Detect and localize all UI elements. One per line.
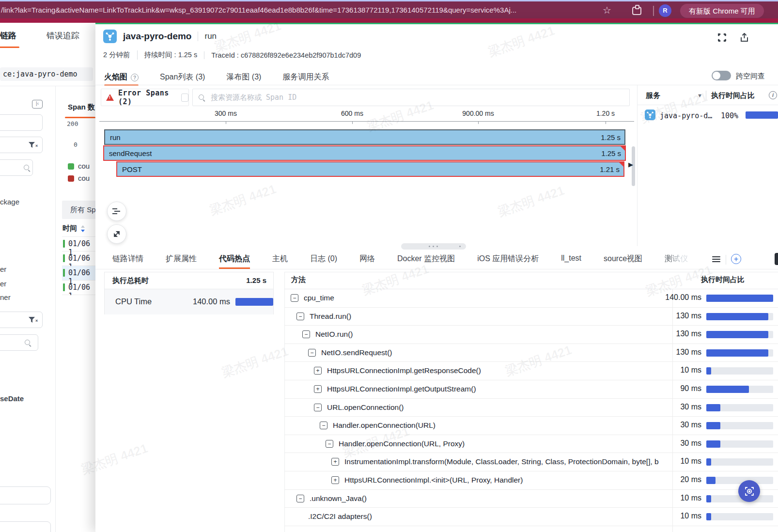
tree-row[interactable]: −URL.openConnection()30 ms <box>284 399 778 417</box>
expand-node-icon[interactable]: + <box>331 476 339 484</box>
filter-clear-icon[interactable]: × <box>35 143 38 148</box>
collapse-panel-icon[interactable]: |‹ <box>32 100 43 109</box>
profile-avatar[interactable]: R <box>659 4 671 17</box>
collapse-node-icon[interactable]: − <box>296 313 304 320</box>
legend-swatch-green <box>68 163 74 170</box>
error-spans-filter[interactable]: Error Spans (2) <box>101 89 189 106</box>
services-column-header[interactable]: 服务 <box>646 91 660 100</box>
flame-tab-1[interactable]: Span列表 (3) <box>160 70 205 85</box>
collapse-node-icon[interactable]: − <box>291 294 298 302</box>
detail-tab-7[interactable]: iOS 应用错误分析 <box>477 251 539 269</box>
cpu-time-row[interactable]: CPU Time 140.00 ms <box>105 289 273 314</box>
page-tab-1[interactable]: 错误追踪 <box>47 30 79 41</box>
method-exec-bar <box>706 477 773 484</box>
filter-clear-icon[interactable]: × <box>35 318 38 323</box>
filter-funnel-icon[interactable] <box>29 142 35 148</box>
scan-feedback-fab[interactable] <box>738 480 760 502</box>
cross-space-toggle[interactable] <box>712 71 731 80</box>
filter-funnel-icon[interactable] <box>29 317 35 323</box>
flame-span-sendrequest[interactable]: sendRequest1.25 s <box>103 145 626 161</box>
detail-tab-6[interactable]: Docker 监控视图 <box>397 251 455 269</box>
detail-tab-bar: 链路详情扩展属性代码热点主机日志 (0)网络Docker 监控视图iOS 应用错… <box>112 251 688 269</box>
trace-list-row[interactable]: 01/06 1 <box>62 266 95 281</box>
tree-row[interactable]: −cpu_time140.00 ms <box>284 289 778 308</box>
extensions-icon[interactable] <box>632 7 641 15</box>
collapse-node-icon[interactable]: − <box>320 422 327 429</box>
bookmark-star-icon[interactable]: ☆ <box>603 4 611 16</box>
add-tab-icon[interactable]: + <box>731 254 741 264</box>
sidebar-filter-input[interactable]: × <box>0 137 43 153</box>
detail-tab-2[interactable]: 代码热点 <box>219 251 250 269</box>
sidebar-input[interactable] <box>0 114 43 131</box>
collapse-node-icon[interactable]: − <box>326 440 333 448</box>
tree-row[interactable]: +HttpsURLConnectionImpl.<init>(URL, Prox… <box>284 471 778 490</box>
collapse-node-icon[interactable]: − <box>314 404 322 411</box>
panel-drag-handle[interactable] <box>401 243 466 250</box>
flame-tab-2[interactable]: 瀑布图 (3) <box>226 70 261 85</box>
fullscreen-button[interactable] <box>714 29 730 46</box>
span-search-input[interactable] <box>210 93 629 102</box>
detail-tab-5[interactable]: 网络 <box>359 251 375 269</box>
tree-row[interactable]: −.unknown_Java()10 ms <box>284 490 778 508</box>
span-list-view-button[interactable] <box>107 202 126 221</box>
error-spans-checkbox[interactable] <box>181 94 188 102</box>
collapse-flame-button[interactable] <box>107 224 126 244</box>
help-icon[interactable]: ? <box>131 74 139 81</box>
detail-tab-3[interactable]: 主机 <box>272 251 288 269</box>
flame-span-run[interactable]: run1.25 s <box>104 129 625 145</box>
chevron-down-icon[interactable]: ▼ <box>697 93 702 98</box>
method-exec-bar <box>706 386 773 393</box>
flame-tab-0[interactable]: 火焰图? <box>104 70 139 85</box>
trace-list-row[interactable]: 01/06 1 <box>62 281 95 295</box>
sort-icon[interactable] <box>81 225 85 232</box>
tree-row[interactable]: +InstrumentationImpl.transform(Module, C… <box>284 453 778 471</box>
tree-row[interactable]: +HttpsURLConnectionImpl.getResponseCode(… <box>284 362 778 380</box>
span-search-box[interactable] <box>192 89 630 106</box>
detail-tab-0[interactable]: 链路详情 <box>112 251 143 269</box>
tree-row[interactable]: +HttpsURLConnectionImpl.getOutputStream(… <box>284 380 778 399</box>
tree-row[interactable]: −Handler.openConnection(URL)30 ms <box>284 417 778 435</box>
sidebar-bottom-input[interactable] <box>0 486 51 504</box>
tree-row[interactable]: −NetIO.sendRequest()130 ms <box>284 344 778 362</box>
expand-node-icon[interactable]: + <box>331 458 339 466</box>
chrome-update-button[interactable]: 有新版 Chrome 可用 <box>680 4 764 18</box>
status-bar-green <box>63 254 65 262</box>
detail-tab-1[interactable]: 扩展属性 <box>166 251 197 269</box>
info-icon[interactable]: i <box>769 91 777 99</box>
export-button[interactable] <box>736 29 752 46</box>
trace-list-row[interactable]: 01/06 1 <box>62 237 95 251</box>
expand-right-icon[interactable]: ▶ <box>628 161 633 168</box>
collapse-node-icon[interactable]: − <box>296 495 304 502</box>
sidebar-filter-input-2[interactable]: × <box>0 312 43 328</box>
detail-tab-8[interactable]: ll_test <box>561 251 581 269</box>
service-name[interactable]: java-pyro-d… <box>660 111 712 120</box>
tree-row[interactable]: .I2C/C2I adapters()10 ms <box>284 508 778 526</box>
search-icon <box>24 165 30 171</box>
trace-list-row[interactable]: 01/06 1 <box>62 251 95 266</box>
clipped-edge-control[interactable] <box>775 253 778 265</box>
url-text[interactable]: /link?lak=Tracing&activeName=LinkToTrack… <box>1 6 601 14</box>
sidebar-search-input-2[interactable] <box>0 334 38 351</box>
detail-tab-4[interactable]: 日志 (0) <box>310 251 337 269</box>
cross-space-toggle-label: 跨空间查 <box>736 72 765 81</box>
collapse-node-icon[interactable]: − <box>302 330 310 338</box>
tree-row[interactable]: −NetIO.run()130 ms <box>284 326 778 344</box>
error-spans-label: Error Spans (2) <box>118 89 177 106</box>
service-filter-pill[interactable]: ce:java-pyro-demo <box>0 67 93 81</box>
sidebar-bottom-input-2[interactable] <box>0 521 51 532</box>
method-exec-time: 20 ms <box>680 475 701 484</box>
sidebar-search-input[interactable] <box>0 159 33 176</box>
page-tab-0[interactable]: 链路 <box>0 30 16 41</box>
collapse-node-icon[interactable]: − <box>308 349 316 357</box>
flame-tab-3[interactable]: 服务调用关系 <box>282 70 329 85</box>
time-column-header[interactable]: 时间 <box>62 224 85 233</box>
detail-tab-9[interactable]: source视图 <box>604 251 642 269</box>
flame-span-post[interactable]: POST1.21 s <box>116 161 624 177</box>
detail-tab-10[interactable]: 测试仪 <box>665 251 688 269</box>
tab-overflow-menu-icon[interactable] <box>712 256 720 263</box>
tree-row[interactable]: −Handler.openConnection(URL, Proxy)30 ms <box>284 435 778 454</box>
method-exec-bar <box>706 331 773 338</box>
tree-row[interactable]: −Thread.run()130 ms <box>284 308 778 326</box>
expand-node-icon[interactable]: + <box>314 367 322 375</box>
expand-node-icon[interactable]: + <box>314 385 322 393</box>
